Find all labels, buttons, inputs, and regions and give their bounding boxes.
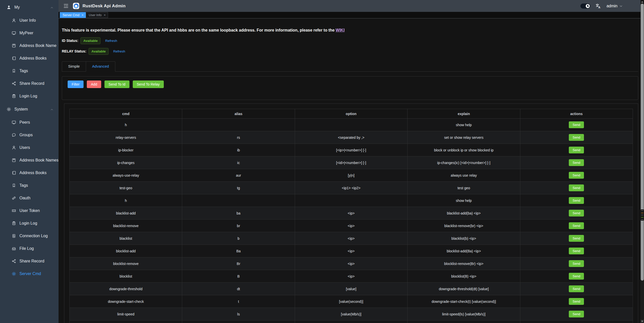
sidebar-section-system[interactable]: System	[0, 102, 59, 116]
cell-option: <ip>	[295, 232, 407, 245]
send-button[interactable]: Send	[569, 121, 584, 128]
sidebar-item-label: Peers	[19, 120, 30, 125]
sidebar-item-file-log[interactable]: File Log	[0, 242, 59, 255]
cell-explain: show help	[408, 119, 520, 131]
send-button[interactable]: Send	[569, 285, 584, 292]
send-button[interactable]: Send	[569, 298, 584, 305]
page-scrollbar[interactable]	[640, 0, 644, 323]
cell-cmd: limit-speed	[70, 308, 182, 320]
table-row: downgrade-start-checkt[value(second)]dow…	[70, 295, 633, 308]
cell-cmd: h	[70, 119, 182, 131]
sidebar-item-address-book-name[interactable]: Address Book Name	[0, 39, 59, 52]
cell-explain: block or unblock ip or show blocked ip	[408, 144, 520, 156]
cell-actions: Send	[520, 169, 633, 182]
sidebar-item-connection-log[interactable]: Connection Log	[0, 230, 59, 242]
refresh-link[interactable]: Refresh	[105, 39, 117, 43]
cell-explain: blacklist(b) <ip>	[408, 232, 520, 245]
send-button[interactable]: Send	[569, 235, 584, 242]
send-button[interactable]: Send	[569, 159, 584, 166]
sidebar-item-label: Connection Log	[19, 234, 48, 238]
cell-cmd: always-use-relay	[70, 169, 182, 182]
sidebar-item-login-log[interactable]: Login Log	[0, 90, 59, 102]
monitor-icon	[12, 120, 16, 125]
username: admin	[606, 4, 618, 8]
send-button[interactable]: Send	[569, 210, 584, 217]
cell-cmd: blocklist	[70, 270, 182, 283]
sidebar-item-address-books[interactable]: Address Books	[0, 167, 59, 179]
wiki-link[interactable]: WIKI	[336, 28, 345, 32]
cell-alias: ls	[182, 308, 295, 320]
table-row: ip-blockerib[<ip>|<number>] [-]block or …	[70, 144, 633, 156]
sidebar-section-my[interactable]: My	[0, 1, 59, 14]
tab-user-info[interactable]: User Info×	[86, 12, 108, 18]
sidebar-item-tags[interactable]: Tags	[0, 65, 59, 77]
tab-close-icon[interactable]: ×	[82, 14, 84, 17]
filter-button[interactable]: Filter	[68, 80, 84, 88]
sidebar-item-mypeer[interactable]: MyPeer	[0, 27, 59, 39]
sidebar-item-label: Server Cmd	[19, 272, 41, 276]
send-button[interactable]: Send	[569, 147, 584, 153]
cell-alias: br	[182, 220, 295, 232]
cell-actions: Send	[520, 270, 633, 283]
send-button[interactable]: Send	[569, 172, 584, 179]
table-row: limit-speedls[value(Mb/s)]limit-speed(ls…	[70, 308, 633, 320]
cell-option: <ip>	[295, 257, 407, 270]
chevron-up-icon	[50, 108, 53, 111]
sidebar-item-address-books[interactable]: Address Books	[0, 52, 59, 65]
send-button[interactable]: Send	[569, 197, 584, 204]
send-button[interactable]: Send	[569, 311, 584, 317]
scroll-down-arrow[interactable]	[640, 319, 644, 323]
cell-explain: downgrade-start-check(t) [value(second)]	[408, 295, 520, 308]
collapse-sidebar-icon[interactable]	[63, 3, 69, 9]
mode-tab-simple[interactable]: Simple	[62, 61, 86, 71]
sidebar-item-address-book-names[interactable]: Address Book Names	[0, 154, 59, 167]
mode-tab-advanced[interactable]: Advanced	[86, 61, 115, 72]
send-to-id-button[interactable]: Send To Id	[104, 80, 129, 88]
book-icon	[12, 158, 16, 163]
cell-option: [value]	[295, 283, 407, 295]
translate-icon[interactable]: A	[595, 3, 601, 9]
sidebar-item-server-cmd[interactable]: Server Cmd	[0, 267, 59, 280]
table-row: blocklist-removeBr<ip>blocklist-remove(B…	[70, 257, 633, 270]
sidebar-item-login-log[interactable]: Login Log	[0, 217, 59, 230]
cell-option: <separated by ,>	[295, 131, 407, 144]
column-header-cmd: cmd	[70, 109, 182, 119]
sidebar-item-share-record[interactable]: Share Record	[0, 77, 59, 90]
add-button[interactable]: Add	[87, 80, 101, 88]
send-button[interactable]: Send	[569, 184, 584, 191]
cell-alias: dt	[182, 283, 295, 295]
send-button[interactable]: Send	[569, 134, 584, 141]
send-button[interactable]: Send	[569, 248, 584, 254]
scrollbar-thumb[interactable]	[641, 4, 644, 281]
cell-alias: b	[182, 232, 295, 245]
theme-toggle[interactable]	[580, 4, 590, 9]
send-button[interactable]: Send	[569, 260, 584, 267]
mode-tabs: SimpleAdvanced	[62, 61, 638, 72]
send-button[interactable]: Send	[569, 273, 584, 280]
refresh-link[interactable]: Refresh	[113, 49, 125, 53]
send-to-relay-button[interactable]: Send To Relay	[133, 80, 164, 88]
tab-close-icon[interactable]: ×	[104, 14, 105, 17]
sidebar-item-oauth[interactable]: Oauth	[0, 192, 59, 204]
sidebar-item-peers[interactable]: Peers	[0, 116, 59, 129]
sidebar-item-label: MyPeer	[19, 31, 33, 35]
scroll-up-arrow[interactable]	[640, 0, 644, 4]
cell-actions: Send	[520, 119, 633, 131]
sidebar-item-tags[interactable]: Tags	[0, 179, 59, 192]
sidebar-item-share-record[interactable]: Share Record	[0, 255, 59, 267]
sidebar-item-user-token[interactable]: User Token	[0, 204, 59, 217]
sidebar-item-groups[interactable]: Groups	[0, 129, 59, 141]
tab-server-cmd[interactable]: Server Cmd×	[60, 12, 86, 18]
user-menu[interactable]: admin	[606, 4, 623, 8]
toolbar-card: Filter Add Send To Id Send To Relay	[62, 76, 638, 100]
sidebar-item-label: Address Book Names	[19, 158, 59, 163]
app-header: RustDesk Api Admin A admin	[59, 0, 640, 12]
sidebar-item-user-info[interactable]: User Info	[0, 14, 59, 27]
marker-line	[641, 219, 643, 220]
send-button[interactable]: Send	[569, 222, 584, 229]
cell-explain: test geo	[408, 182, 520, 194]
status-label: ID Status:	[62, 39, 78, 43]
sidebar-item-users[interactable]: Users	[0, 141, 59, 154]
chevron-down-icon	[619, 4, 623, 8]
cell-actions: Send	[520, 144, 633, 156]
